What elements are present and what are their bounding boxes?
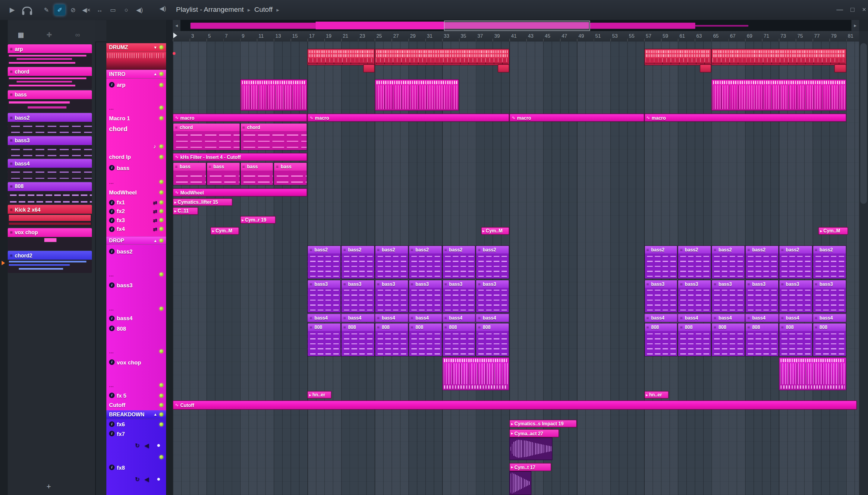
808-clip[interactable]: ≡808 bbox=[745, 323, 779, 357]
breadcrumb-cutoff[interactable]: Cutoff bbox=[254, 5, 273, 13]
paint-tool-icon[interactable]: ✐ bbox=[54, 4, 65, 16]
track-row-bass4[interactable]: ibass4 bbox=[106, 314, 166, 322]
bass2-clip[interactable]: ≡bass2 bbox=[409, 245, 442, 279]
swap-icon[interactable]: ⇄ bbox=[153, 200, 157, 205]
bass4-clip[interactable]: ≡bass4 bbox=[678, 313, 712, 322]
track-name[interactable]: ... bbox=[109, 104, 114, 110]
cym-t-17-clip[interactable]: ▸Cym..t 17 bbox=[509, 463, 552, 495]
808-clip[interactable]: ≡808 bbox=[813, 323, 846, 357]
group-led[interactable] bbox=[159, 72, 163, 76]
bass3-clip[interactable]: ≡bass3 bbox=[712, 280, 745, 313]
c-11-clip[interactable]: ▸C..11 bbox=[173, 207, 198, 215]
track-led[interactable] bbox=[159, 180, 163, 184]
bass2-clip[interactable]: ≡bass2 bbox=[442, 245, 476, 279]
arp-clip[interactable] bbox=[240, 79, 307, 111]
track-led[interactable] bbox=[159, 272, 163, 276]
cutoff-clip[interactable]: ∿Cutoff bbox=[173, 400, 857, 410]
track-row-Cutoff[interactable]: Cutoff bbox=[106, 401, 166, 409]
track-name[interactable]: ... bbox=[109, 271, 114, 277]
swap-icon[interactable]: ⇄ bbox=[153, 209, 157, 214]
vox-clip[interactable] bbox=[779, 357, 846, 390]
track-row-fx5[interactable]: ifx 5 bbox=[106, 392, 166, 399]
track-row-chordlp[interactable]: chord lp bbox=[106, 153, 166, 161]
bass2-clip[interactable]: ≡bass2 bbox=[745, 245, 779, 279]
bass2-clip[interactable]: ≡bass2 bbox=[678, 245, 712, 279]
track-led[interactable] bbox=[159, 209, 163, 213]
track-row-bass3[interactable]: ibass3 bbox=[106, 281, 166, 289]
bass2-clip[interactable]: ≡bass2 bbox=[341, 245, 375, 279]
pattern-grid-icon[interactable]: ▦ bbox=[18, 31, 24, 39]
track-row-fx6[interactable]: ifx6 bbox=[106, 420, 166, 428]
track-info-icon[interactable]: i bbox=[109, 82, 115, 87]
resample-icon[interactable]: ↻ bbox=[135, 476, 140, 482]
track-name[interactable]: ... bbox=[109, 382, 114, 388]
track-led[interactable] bbox=[159, 455, 163, 459]
track-row-808[interactable]: i808 bbox=[106, 324, 166, 332]
track-name[interactable]: vox chop bbox=[117, 359, 141, 365]
track-row-[interactable]: ... bbox=[106, 104, 166, 110]
track-name[interactable]: bass3 bbox=[117, 282, 133, 288]
track-name[interactable]: ModWheel bbox=[109, 189, 137, 195]
bass-clip[interactable]: ≡bass bbox=[206, 162, 240, 185]
mute-tool-icon[interactable]: ◀× bbox=[81, 4, 92, 16]
cymatics-lifter-15-clip[interactable]: ▸Cymatics..lifter 15 bbox=[173, 198, 232, 206]
cym-r-19-clip[interactable]: ▸Cym..r 19 bbox=[240, 216, 275, 224]
bass4-clip[interactable]: ≡bass4 bbox=[745, 313, 779, 322]
minimap-strip[interactable] bbox=[180, 20, 851, 31]
808-clip[interactable]: ≡808 bbox=[476, 323, 510, 357]
monitor-speaker-icon[interactable]: ◀) bbox=[159, 5, 166, 12]
track-name[interactable]: fx7 bbox=[117, 430, 125, 437]
group-led[interactable] bbox=[159, 412, 163, 416]
pattern-item-bass3[interactable]: ≡bass3 bbox=[8, 136, 92, 158]
bass3-clip[interactable]: ≡bass3 bbox=[409, 280, 442, 313]
track-info-icon[interactable]: i bbox=[109, 226, 115, 232]
cym-m-clip[interactable]: ▸Cym..M bbox=[818, 227, 848, 235]
close-button[interactable]: × bbox=[859, 4, 868, 15]
track-led[interactable] bbox=[159, 403, 163, 407]
track-row-controls[interactable]: ↻◀ bbox=[106, 475, 166, 483]
808-clip[interactable]: ≡808 bbox=[644, 323, 678, 357]
track-info-icon[interactable]: i bbox=[109, 359, 115, 365]
select-tool-icon[interactable]: ▭ bbox=[107, 4, 119, 16]
track-info-icon[interactable]: i bbox=[109, 283, 115, 288]
headphones-icon[interactable] bbox=[22, 7, 32, 13]
collapse-arrow-icon[interactable]: ▲ bbox=[153, 412, 157, 416]
pattern-label[interactable]: ≡vox chop bbox=[8, 228, 92, 237]
track-name[interactable]: fx6 bbox=[117, 421, 125, 427]
link-icon[interactable]: ∞ bbox=[75, 31, 80, 39]
bass4-clip[interactable]: ≡bass4 bbox=[813, 313, 846, 322]
pattern-item-vox-chop[interactable]: ≡vox chop bbox=[8, 228, 92, 250]
track-info-icon[interactable]: i bbox=[109, 217, 115, 223]
drum-clip[interactable] bbox=[712, 49, 846, 65]
bass4-clip[interactable]: ≡bass4 bbox=[409, 313, 442, 322]
track-info-icon[interactable]: i bbox=[109, 315, 115, 321]
add-pattern-button[interactable]: + bbox=[47, 482, 51, 491]
drumfill-clip[interactable] bbox=[834, 64, 846, 73]
slip-tool-icon[interactable]: ↔ bbox=[94, 4, 105, 16]
808-clip[interactable]: ≡808 bbox=[442, 323, 476, 357]
macro-clip[interactable]: ∿macro bbox=[509, 114, 644, 122]
track-name[interactable]: fx2 bbox=[117, 208, 125, 214]
track-name[interactable]: ... bbox=[109, 178, 114, 185]
scroll-left-icon[interactable]: ◂ bbox=[173, 20, 180, 31]
track-row-fx4[interactable]: ifx4⇄ bbox=[106, 225, 166, 233]
bass4-clip[interactable]: ≡bass4 bbox=[442, 313, 476, 322]
track-led[interactable] bbox=[159, 201, 163, 204]
808-clip[interactable]: ≡808 bbox=[678, 323, 712, 357]
minimap-viewport[interactable] bbox=[444, 20, 590, 31]
track-info-icon[interactable]: i bbox=[109, 165, 115, 170]
macro-clip[interactable]: ∿macro bbox=[173, 114, 308, 122]
bass3-clip[interactable]: ≡bass3 bbox=[678, 280, 712, 313]
swap-icon[interactable]: ⇄ bbox=[153, 217, 157, 223]
bass3-clip[interactable]: ≡bass3 bbox=[644, 280, 678, 313]
pattern-label[interactable]: ≡bass3 bbox=[8, 136, 92, 145]
bass3-clip[interactable]: ≡bass3 bbox=[375, 280, 409, 313]
bass-clip[interactable]: ≡bass bbox=[274, 162, 308, 185]
playhead-start-marker[interactable] bbox=[173, 33, 177, 38]
bass2-clip[interactable]: ≡bass2 bbox=[779, 245, 813, 279]
bass2-clip[interactable]: ≡bass2 bbox=[476, 245, 510, 279]
swap-icon[interactable]: ⇄ bbox=[153, 226, 157, 232]
bass3-clip[interactable]: ≡bass3 bbox=[442, 280, 476, 313]
arp-clip[interactable] bbox=[712, 79, 846, 111]
808-clip[interactable]: ≡808 bbox=[409, 323, 442, 357]
